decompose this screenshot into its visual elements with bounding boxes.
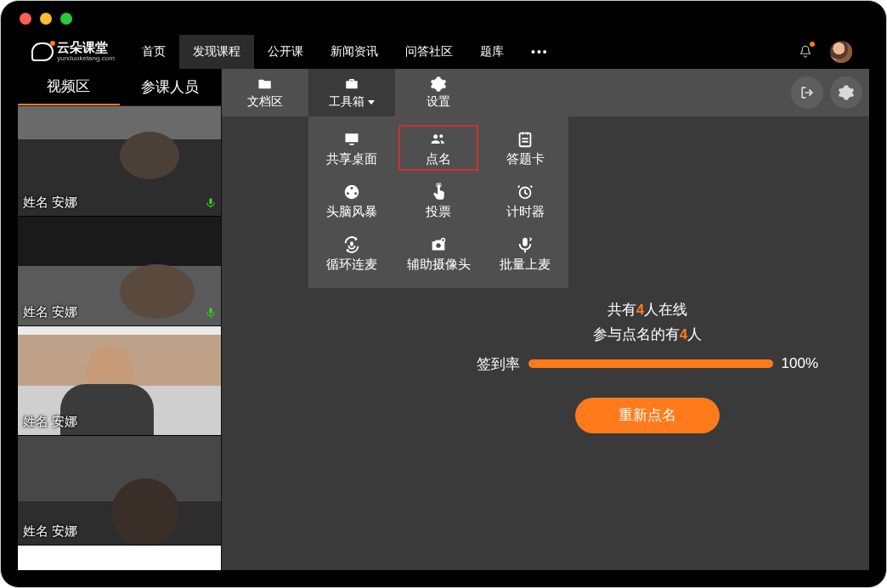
gear-icon [430, 76, 447, 93]
camera-head-shape [120, 264, 195, 319]
tool-label: 计时器 [506, 204, 545, 220]
svg-point-4 [354, 192, 357, 195]
tool-label: 头脑风暴 [326, 204, 377, 220]
online-count: 4 [636, 302, 644, 318]
text: 参与点名的有 [593, 326, 680, 342]
app-body: 视频区 参课人员 姓名 安娜 姓名 安娜 姓名 安娜 [18, 69, 869, 570]
top-nav: 云朵课堂 yunduoketang.com 首页 发现课程 公开课 新闻资讯 问… [18, 35, 869, 69]
main-top-bar: 文档区 工具箱 设置 [222, 69, 869, 116]
rollcall-rate-row: 签到率 100% [477, 354, 818, 374]
window-zoom-dot[interactable] [60, 13, 72, 25]
film-reel-icon [342, 182, 361, 202]
nav-discover[interactable]: 发现课程 [179, 35, 254, 69]
toolbox-button[interactable]: 工具箱 [308, 69, 395, 116]
tool-label: 循环连麦 [326, 257, 377, 273]
camera-head-shape [120, 132, 179, 179]
logo-text: 云朵课堂 yunduoketang.com [57, 41, 115, 62]
camera-head-shape [111, 478, 179, 546]
svg-rect-7 [350, 241, 353, 246]
rerun-rollcall-button[interactable]: 重新点名 [575, 398, 720, 433]
logo-mark-icon [31, 42, 54, 61]
nav-bank[interactable]: 题库 [466, 35, 517, 69]
svg-point-3 [347, 192, 349, 195]
svg-rect-0 [520, 133, 531, 146]
bell-dot [810, 42, 815, 47]
nav-label: 题库 [480, 44, 504, 59]
tool-label: 投票 [426, 204, 451, 220]
rollcall-line-online: 共有4人在线 [477, 298, 818, 323]
exit-button[interactable] [791, 76, 823, 109]
tool-answer-card[interactable]: 答题卡 [482, 122, 568, 174]
rollcall-panel: 共有4人在线 参与点名的有4人 签到率 100% 重新点名 [477, 298, 818, 433]
doc-area-button[interactable]: 文档区 [222, 69, 308, 116]
logo-en: yunduoketang.com [57, 55, 115, 63]
rollcall-lines: 共有4人在线 参与点名的有4人 [477, 298, 818, 348]
text: 人 [687, 326, 702, 342]
settings-round-button[interactable] [830, 76, 862, 109]
tool-share-desktop[interactable]: 共享桌面 [308, 122, 395, 174]
tool-batch-mic[interactable]: 批量上麦 [482, 227, 568, 280]
tab-attendees[interactable]: 参课人员 [120, 69, 222, 105]
svg-point-8 [436, 243, 441, 248]
brand-logo[interactable]: 云朵课堂 yunduoketang.com [18, 41, 128, 62]
tab-video-area[interactable]: 视频区 [18, 69, 120, 105]
nav-label: 首页 [142, 44, 166, 59]
nav-label: 新闻资讯 [331, 44, 378, 59]
window-minimize-dot[interactable] [40, 13, 52, 25]
tool-rollcall[interactable]: 点名 [395, 122, 482, 174]
video-tile[interactable]: 姓名 安娜 [18, 435, 221, 545]
nav-news[interactable]: 新闻资讯 [317, 35, 392, 69]
participant-name: 姓名 安娜 [23, 195, 77, 211]
doc-area-label: 文档区 [247, 94, 283, 110]
toolbox-label: 工具箱 [329, 94, 375, 110]
nav-more[interactable]: ••• [517, 35, 562, 69]
main-panel: 文档区 工具箱 设置 [222, 69, 869, 570]
rollcall-line-participated: 参与点名的有4人 [477, 323, 818, 348]
window-close-dot[interactable] [20, 13, 31, 25]
nav-label: ••• [531, 45, 549, 59]
screen-share-icon [342, 129, 362, 150]
mic-up-icon [516, 235, 534, 255]
nav-items: 首页 发现课程 公开课 新闻资讯 问答社区 题库 ••• [128, 35, 562, 69]
nav-qa[interactable]: 问答社区 [392, 35, 466, 69]
settings-button[interactable]: 设置 [395, 69, 482, 116]
mic-on-icon [205, 195, 217, 211]
toolbox-label-text: 工具箱 [329, 94, 364, 110]
button-label: 重新点名 [619, 405, 676, 425]
video-list: 姓名 安娜 姓名 安娜 姓名 安娜 姓名 安娜 [18, 106, 221, 570]
tool-loop-mic[interactable]: 循环连麦 [308, 227, 395, 280]
text: 共有 [607, 302, 636, 318]
settings-label: 设置 [427, 94, 450, 110]
bell-icon[interactable] [798, 43, 813, 60]
tool-brainstorm[interactable]: 头脑风暴 [308, 174, 395, 227]
app-window: 云朵课堂 yunduoketang.com 首页 发现课程 公开课 新闻资讯 问… [0, 0, 887, 588]
text: 人在线 [644, 302, 687, 318]
nav-label: 问答社区 [405, 44, 453, 59]
participant-name: 姓名 安娜 [23, 523, 77, 540]
rate-progress-bar [528, 359, 773, 368]
briefcase-icon [342, 76, 361, 93]
left-column: 视频区 参课人员 姓名 安娜 姓名 安娜 姓名 安娜 [18, 69, 222, 570]
tool-aux-camera[interactable]: 辅助摄像头 [395, 227, 482, 280]
loop-mic-icon [342, 235, 362, 255]
nav-home[interactable]: 首页 [128, 35, 179, 69]
tool-vote[interactable]: 投票 [395, 174, 482, 227]
rate-label: 签到率 [477, 354, 520, 374]
nav-open[interactable]: 公开课 [254, 35, 317, 69]
mic-on-icon [205, 305, 217, 320]
folder-icon [256, 76, 274, 93]
tool-timer[interactable]: 计时器 [482, 174, 568, 227]
participant-name: 姓名 安娜 [23, 414, 77, 430]
video-tile-empty [18, 545, 221, 570]
video-tile[interactable]: 姓名 安娜 [18, 106, 221, 216]
nav-label: 发现课程 [193, 44, 240, 59]
tab-label: 参课人员 [141, 77, 199, 97]
hand-tap-icon [429, 182, 448, 202]
participant-name: 姓名 安娜 [23, 304, 77, 320]
video-tile[interactable]: 姓名 安娜 [18, 325, 221, 435]
video-tile[interactable]: 姓名 安娜 [18, 216, 221, 325]
logo-cn: 云朵课堂 [57, 41, 115, 55]
user-avatar[interactable] [830, 41, 852, 63]
left-tabs: 视频区 参课人员 [18, 69, 221, 106]
tab-label: 视频区 [47, 76, 90, 96]
